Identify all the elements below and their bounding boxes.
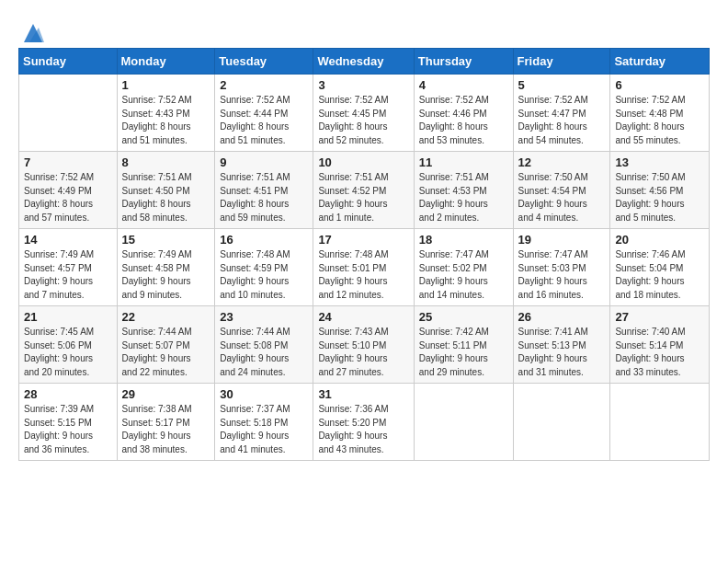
calendar-cell — [19, 75, 118, 152]
calendar-cell: 30Sunrise: 7:37 AMSunset: 5:18 PMDayligh… — [215, 384, 313, 461]
day-number: 23 — [220, 310, 308, 324]
day-number: 8 — [122, 155, 210, 169]
calendar-cell — [610, 384, 710, 461]
day-info: Sunrise: 7:52 AMSunset: 4:46 PMDaylight:… — [419, 94, 508, 147]
calendar-cell: 29Sunrise: 7:38 AMSunset: 5:17 PMDayligh… — [117, 384, 215, 461]
weekday-header-tuesday: Tuesday — [215, 49, 313, 75]
calendar-cell: 27Sunrise: 7:40 AMSunset: 5:14 PMDayligh… — [610, 306, 710, 384]
day-info: Sunrise: 7:45 AMSunset: 5:06 PMDaylight:… — [24, 326, 112, 379]
day-info: Sunrise: 7:52 AMSunset: 4:43 PMDaylight:… — [122, 94, 210, 147]
day-number: 2 — [220, 78, 308, 92]
day-info: Sunrise: 7:50 AMSunset: 4:54 PMDaylight:… — [518, 171, 606, 224]
day-number: 24 — [318, 310, 408, 324]
day-number: 1 — [122, 78, 210, 92]
day-number: 10 — [318, 155, 408, 169]
calendar-cell: 19Sunrise: 7:47 AMSunset: 5:03 PMDayligh… — [513, 229, 610, 306]
day-number: 12 — [518, 155, 606, 169]
day-number: 25 — [419, 310, 508, 324]
weekday-header-thursday: Thursday — [414, 49, 513, 75]
day-info: Sunrise: 7:52 AMSunset: 4:45 PMDaylight:… — [318, 94, 408, 147]
day-number: 28 — [24, 387, 112, 401]
day-number: 21 — [24, 310, 112, 324]
calendar-cell: 13Sunrise: 7:50 AMSunset: 4:56 PMDayligh… — [610, 152, 710, 229]
day-number: 17 — [318, 233, 408, 247]
day-number: 5 — [518, 78, 606, 92]
day-number: 18 — [419, 233, 508, 247]
calendar-cell: 28Sunrise: 7:39 AMSunset: 5:15 PMDayligh… — [19, 384, 118, 461]
day-number: 20 — [615, 233, 704, 247]
day-info: Sunrise: 7:52 AMSunset: 4:48 PMDaylight:… — [615, 94, 704, 147]
calendar-cell: 14Sunrise: 7:49 AMSunset: 4:57 PMDayligh… — [19, 229, 118, 306]
day-number: 16 — [220, 233, 308, 247]
day-number: 15 — [122, 233, 210, 247]
calendar-cell: 11Sunrise: 7:51 AMSunset: 4:53 PMDayligh… — [414, 152, 513, 229]
calendar-cell — [414, 384, 513, 461]
calendar-cell: 20Sunrise: 7:46 AMSunset: 5:04 PMDayligh… — [610, 229, 710, 306]
day-info: Sunrise: 7:41 AMSunset: 5:13 PMDaylight:… — [518, 326, 606, 379]
day-info: Sunrise: 7:40 AMSunset: 5:14 PMDaylight:… — [615, 326, 704, 379]
day-number: 19 — [518, 233, 606, 247]
calendar-cell: 15Sunrise: 7:49 AMSunset: 4:58 PMDayligh… — [117, 229, 215, 306]
day-info: Sunrise: 7:51 AMSunset: 4:53 PMDaylight:… — [419, 171, 508, 224]
day-number: 3 — [318, 78, 408, 92]
day-info: Sunrise: 7:47 AMSunset: 5:02 PMDaylight:… — [419, 248, 508, 302]
day-info: Sunrise: 7:37 AMSunset: 5:18 PMDaylight:… — [220, 403, 308, 456]
calendar-cell: 5Sunrise: 7:52 AMSunset: 4:47 PMDaylight… — [513, 75, 610, 152]
calendar-cell: 17Sunrise: 7:48 AMSunset: 5:01 PMDayligh… — [313, 229, 414, 306]
weekday-header-friday: Friday — [513, 49, 610, 75]
day-number: 7 — [24, 155, 112, 169]
calendar-cell: 2Sunrise: 7:52 AMSunset: 4:44 PMDaylight… — [215, 75, 313, 152]
day-info: Sunrise: 7:47 AMSunset: 5:03 PMDaylight:… — [518, 248, 606, 302]
page: SundayMondayTuesdayWednesdayThursdayFrid… — [0, 0, 728, 563]
calendar-cell: 26Sunrise: 7:41 AMSunset: 5:13 PMDayligh… — [513, 306, 610, 384]
day-number: 11 — [419, 155, 508, 169]
calendar-cell: 6Sunrise: 7:52 AMSunset: 4:48 PMDaylight… — [610, 75, 710, 152]
day-info: Sunrise: 7:44 AMSunset: 5:07 PMDaylight:… — [122, 326, 210, 379]
calendar-cell: 16Sunrise: 7:48 AMSunset: 4:59 PMDayligh… — [215, 229, 313, 306]
calendar-cell: 4Sunrise: 7:52 AMSunset: 4:46 PMDaylight… — [414, 75, 513, 152]
day-info: Sunrise: 7:46 AMSunset: 5:04 PMDaylight:… — [615, 248, 704, 302]
day-info: Sunrise: 7:52 AMSunset: 4:49 PMDaylight:… — [24, 171, 112, 224]
calendar-cell: 24Sunrise: 7:43 AMSunset: 5:10 PMDayligh… — [313, 306, 414, 384]
day-number: 31 — [318, 387, 408, 401]
day-number: 27 — [615, 310, 704, 324]
day-info: Sunrise: 7:36 AMSunset: 5:20 PMDaylight:… — [318, 403, 408, 456]
calendar-cell: 10Sunrise: 7:51 AMSunset: 4:52 PMDayligh… — [313, 152, 414, 229]
day-info: Sunrise: 7:43 AMSunset: 5:10 PMDaylight:… — [318, 326, 408, 379]
calendar: SundayMondayTuesdayWednesdayThursdayFrid… — [18, 48, 710, 461]
day-number: 13 — [615, 155, 704, 169]
calendar-cell: 25Sunrise: 7:42 AMSunset: 5:11 PMDayligh… — [414, 306, 513, 384]
calendar-cell: 21Sunrise: 7:45 AMSunset: 5:06 PMDayligh… — [19, 306, 118, 384]
day-info: Sunrise: 7:50 AMSunset: 4:56 PMDaylight:… — [615, 171, 704, 224]
day-info: Sunrise: 7:42 AMSunset: 5:11 PMDaylight:… — [419, 326, 508, 379]
calendar-cell: 7Sunrise: 7:52 AMSunset: 4:49 PMDaylight… — [19, 152, 118, 229]
day-info: Sunrise: 7:38 AMSunset: 5:17 PMDaylight:… — [122, 403, 210, 456]
weekday-header-wednesday: Wednesday — [313, 49, 414, 75]
weekday-header-sunday: Sunday — [19, 49, 118, 75]
week-row-2: 7Sunrise: 7:52 AMSunset: 4:49 PMDaylight… — [19, 152, 710, 229]
logo-icon — [20, 20, 46, 46]
logo — [18, 20, 46, 40]
week-row-5: 28Sunrise: 7:39 AMSunset: 5:15 PMDayligh… — [19, 384, 710, 461]
day-info: Sunrise: 7:52 AMSunset: 4:44 PMDaylight:… — [220, 94, 308, 147]
calendar-cell — [513, 384, 610, 461]
calendar-cell: 18Sunrise: 7:47 AMSunset: 5:02 PMDayligh… — [414, 229, 513, 306]
day-number: 29 — [122, 387, 210, 401]
calendar-cell: 31Sunrise: 7:36 AMSunset: 5:20 PMDayligh… — [313, 384, 414, 461]
calendar-cell: 1Sunrise: 7:52 AMSunset: 4:43 PMDaylight… — [117, 75, 215, 152]
calendar-cell: 3Sunrise: 7:52 AMSunset: 4:45 PMDaylight… — [313, 75, 414, 152]
calendar-cell: 22Sunrise: 7:44 AMSunset: 5:07 PMDayligh… — [117, 306, 215, 384]
day-number: 14 — [24, 233, 112, 247]
weekday-header-monday: Monday — [117, 49, 215, 75]
week-row-4: 21Sunrise: 7:45 AMSunset: 5:06 PMDayligh… — [19, 306, 710, 384]
day-number: 9 — [220, 155, 308, 169]
day-number: 4 — [419, 78, 508, 92]
day-info: Sunrise: 7:51 AMSunset: 4:52 PMDaylight:… — [318, 171, 408, 224]
day-info: Sunrise: 7:51 AMSunset: 4:51 PMDaylight:… — [220, 171, 308, 224]
day-info: Sunrise: 7:51 AMSunset: 4:50 PMDaylight:… — [122, 171, 210, 224]
day-number: 26 — [518, 310, 606, 324]
day-info: Sunrise: 7:44 AMSunset: 5:08 PMDaylight:… — [220, 326, 308, 379]
weekday-header-saturday: Saturday — [610, 49, 710, 75]
week-row-1: 1Sunrise: 7:52 AMSunset: 4:43 PMDaylight… — [19, 75, 710, 152]
day-info: Sunrise: 7:39 AMSunset: 5:15 PMDaylight:… — [24, 403, 112, 456]
